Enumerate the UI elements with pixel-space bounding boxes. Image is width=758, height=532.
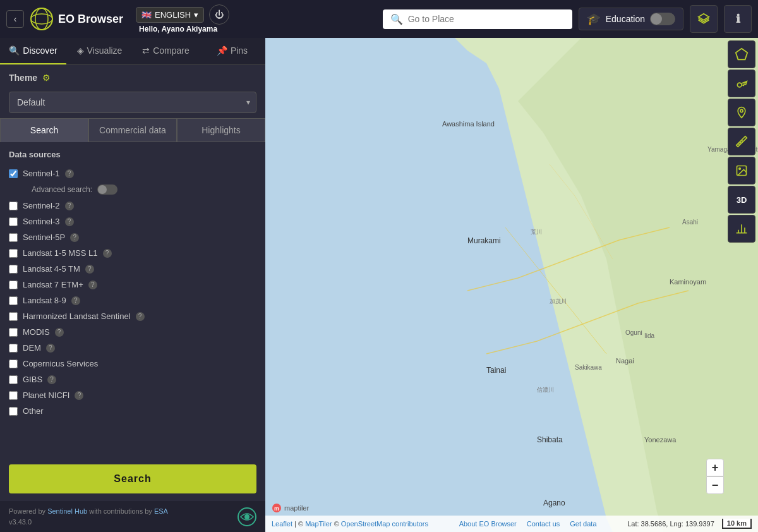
nav-tabs: 🔍 Discover ◈ Visualize ⇄ Compare 📌 Pins [0,38,265,65]
info-button[interactable]: ℹ [724,5,752,33]
toggle-knob [651,13,662,25]
power-button[interactable]: ⏻ [209,4,229,25]
landsat89-checkbox[interactable] [9,296,18,305]
layers-button[interactable] [690,5,718,33]
datasource-sentinel1: Sentinel-1 ? [9,166,256,181]
dem-checkbox[interactable] [9,344,18,353]
location-button[interactable] [728,99,755,126]
leaflet-link[interactable]: Leaflet [272,520,292,528]
info-icon: ℹ [736,12,740,26]
place-search-input[interactable] [408,14,565,24]
contact-us-link[interactable]: Contact us [527,520,560,528]
3d-button[interactable]: 3D [728,186,755,214]
landsat89-help-icon[interactable]: ? [71,296,80,305]
sidebar-footer: Powered by Sentinel Hub with contributio… [0,501,265,532]
planet-label: Planet NICFI [23,390,69,400]
gibs-help-icon[interactable]: ? [47,375,56,384]
svg-text:Oguni: Oguni [625,329,642,336]
landsat7-checkbox[interactable] [9,281,18,289]
datasource-modis: MODIS ? [9,324,256,340]
main-content: 🔍 Discover ◈ Visualize ⇄ Compare 📌 Pins … [0,38,758,532]
sentinel5p-checkbox[interactable] [9,233,18,242]
education-button[interactable]: 🎓 Education [579,8,683,30]
datasource-hls: Harmonized Landsat Sentinel ? [9,308,256,324]
svg-text:Murakami: Murakami [467,236,501,245]
svg-text:m: m [274,505,279,512]
search-btn-container: Search [0,457,265,501]
adv-toggle-knob [98,185,107,194]
advanced-search-toggle[interactable] [97,184,117,195]
esa-link[interactable]: ESA [154,507,168,515]
modis-help-icon[interactable]: ? [55,328,64,337]
chart-button[interactable] [728,215,755,243]
map-area[interactable]: Awashima Island Murakami Tainai Shibata … [265,38,758,532]
dem-label: DEM [23,343,41,353]
datasource-landsat89: Landsat 8-9 ? [9,293,256,308]
data-sources-list[interactable]: Sentinel-1 ? Advanced search: Sentinel-2… [0,163,265,457]
landsat15-checkbox[interactable] [9,249,18,258]
contributions-text: with contributions by [87,507,154,515]
landsat45-help-icon[interactable]: ? [85,265,94,274]
ruler-button[interactable] [728,128,755,155]
svg-text:Awashima Island: Awashima Island [442,120,495,128]
sentinel-hub-link[interactable]: Sentinel Hub [47,507,87,515]
osm-link[interactable]: OpenStreetMap contributors [341,520,428,528]
zoom-out-button[interactable]: − [706,476,724,494]
version-text: v3.43.0 [9,518,32,526]
image-button[interactable] [728,157,755,184]
sentinel3-checkbox[interactable] [9,217,18,226]
user-greeting: Hello, Ayano Akiyama [139,25,229,33]
maptiler-link[interactable]: MapTiler [305,520,332,528]
tab-pins[interactable]: 📌 Pins [199,38,265,64]
landsat7-label: Landsat 7 ETM+ [23,280,83,289]
education-toggle[interactable] [650,13,675,25]
dem-help-icon[interactable]: ? [46,344,55,353]
search-subtab-search[interactable]: Search [0,118,88,142]
landsat15-help-icon[interactable]: ? [103,249,112,258]
planet-checkbox[interactable] [9,391,18,400]
landsat45-checkbox[interactable] [9,265,18,274]
hls-checkbox[interactable] [9,312,18,321]
search-subtab-commercial-label: Commercial data [99,125,166,135]
map-coordinates: Lat: 38.5686, Lng: 139.9397 [627,520,714,528]
tab-visualize[interactable]: ◈ Visualize [66,38,133,64]
get-data-link[interactable]: Get data [570,520,596,528]
datasource-sentinel5p: Sentinel-5P ? [9,229,256,245]
datasource-landsat45: Landsat 4-5 TM ? [9,261,256,277]
datasource-landsat7: Landsat 7 ETM+ ? [9,277,256,293]
sentinel1-help-icon[interactable]: ? [65,169,74,178]
sentinel2-checkbox[interactable] [9,202,18,210]
flag-icon: 🇬🇧 [141,10,152,20]
theme-gear-icon[interactable]: ⚙ [42,73,51,83]
theme-select[interactable]: Default Dark Light [9,92,256,113]
language-button[interactable]: 🇬🇧 ENGLISH ▾ [136,7,204,23]
copernicus-checkbox[interactable] [9,360,18,368]
zoom-in-button[interactable]: + [706,459,724,476]
search-subtab-highlights[interactable]: Highlights [177,118,265,142]
search-subtab-commercial[interactable]: Commercial data [88,118,177,142]
modis-label: MODIS [23,327,50,337]
attribution-text: Leaflet | © MapTiler © OpenStreetMap con… [272,520,428,528]
svg-point-5 [244,514,250,519]
other-checkbox[interactable] [9,407,18,416]
key-button[interactable] [728,70,755,97]
draw-pentagon-button[interactable] [728,40,755,68]
search-button[interactable]: Search [9,464,256,493]
modis-checkbox[interactable] [9,328,18,337]
hls-help-icon[interactable]: ? [136,312,145,321]
sentinel1-checkbox[interactable] [9,169,18,178]
landsat7-help-icon[interactable]: ? [88,281,97,289]
top-bar: ‹ EO Browser 🇬🇧 ENGLISH ▾ ⏻ Hello, Ayano… [0,0,758,38]
tab-discover[interactable]: 🔍 Discover [0,38,66,64]
planet-help-icon[interactable]: ? [75,391,83,400]
tab-compare[interactable]: ⇄ Compare [133,38,199,64]
sentinel5p-help-icon[interactable]: ? [70,233,79,242]
sentinel3-help-icon[interactable]: ? [65,217,74,226]
gibs-checkbox[interactable] [9,375,18,384]
sentinel2-help-icon[interactable]: ? [65,202,74,210]
back-button[interactable]: ‹ [6,10,24,28]
sentinel1-label: Sentinel-1 [23,169,60,178]
about-eo-browser-link[interactable]: About EO Browser [459,520,517,528]
education-label: Education [606,14,645,24]
svg-text:荒川: 荒川 [531,229,542,235]
